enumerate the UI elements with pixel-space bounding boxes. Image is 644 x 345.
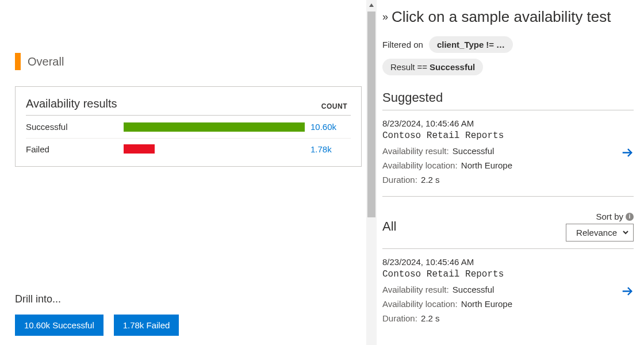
- bar-successful: [124, 122, 305, 132]
- filter-pill-client-type[interactable]: client_Type != …: [429, 36, 513, 53]
- filter-value: …: [496, 40, 505, 49]
- sort-by-select[interactable]: Relevance: [566, 224, 634, 241]
- location-value: North Europe: [461, 160, 512, 170]
- sample-timestamp: 8/23/2024, 10:45:46 AM: [382, 118, 634, 128]
- sort-by-control: Sort by i Relevance: [566, 212, 634, 241]
- result-label: Availability result:: [382, 285, 449, 294]
- filter-pill-result[interactable]: Result == Successful: [382, 59, 483, 75]
- suggested-heading: Suggested: [382, 90, 634, 110]
- scrollbar[interactable]: [366, 0, 377, 345]
- availability-results-card: Availability results COUNT Successful 10…: [15, 86, 362, 167]
- all-heading: All: [382, 219, 396, 234]
- location-label: Availability location:: [382, 160, 458, 170]
- drill-into-section: Drill into... 10.60k Successful 1.78k Fa…: [15, 293, 187, 336]
- suggested-sample[interactable]: 8/23/2024, 10:45:46 AM Contoso Retail Re…: [382, 110, 634, 197]
- result-label: Availability result:: [382, 146, 449, 156]
- arrow-right-icon[interactable]: [621, 146, 634, 160]
- duration-value: 2.2 s: [421, 313, 440, 323]
- location-value: North Europe: [461, 299, 512, 309]
- expand-pane-icon[interactable]: »: [382, 11, 388, 23]
- pane-title: Click on a sample availability test: [392, 8, 611, 26]
- filters-row: Filtered on client_Type != …: [382, 36, 634, 53]
- overall-section-header: Overall: [15, 53, 362, 70]
- result-label: Failed: [26, 144, 124, 154]
- drill-title: Drill into...: [15, 293, 187, 305]
- arrow-right-icon[interactable]: [621, 285, 634, 299]
- sample-test-name: Contoso Retail Reports: [382, 269, 634, 279]
- result-label: Successful: [26, 122, 124, 132]
- drill-failed-button[interactable]: 1.78k Failed: [114, 315, 179, 336]
- scroll-up-icon[interactable]: [366, 0, 377, 10]
- sample-test-name: Contoso Retail Reports: [382, 131, 634, 141]
- filter-value: Successful: [430, 62, 475, 72]
- filter-field: Result: [390, 62, 415, 72]
- count-column-header: COUNT: [321, 102, 351, 110]
- section-title: Overall: [28, 55, 64, 68]
- result-row-failed[interactable]: Failed 1.78k: [26, 139, 351, 162]
- filter-operator: !=: [486, 40, 494, 49]
- all-sample[interactable]: 8/23/2024, 10:45:46 AM Contoso Retail Re…: [382, 249, 634, 335]
- count-link-failed[interactable]: 1.78k: [305, 144, 351, 154]
- duration-value: 2.2 s: [421, 175, 440, 185]
- sample-timestamp: 8/23/2024, 10:45:46 AM: [382, 257, 634, 267]
- filter-field: client_Type: [437, 40, 484, 49]
- bar-failed: [124, 144, 155, 154]
- left-pane: Overall Availability results COUNT Succe…: [0, 0, 377, 345]
- count-link-successful[interactable]: 10.60k: [305, 122, 351, 132]
- card-title: Availability results: [26, 97, 117, 110]
- section-accent: [15, 53, 21, 70]
- location-label: Availability location:: [382, 299, 458, 309]
- result-value: Successful: [453, 285, 494, 294]
- result-value: Successful: [453, 146, 494, 156]
- info-icon[interactable]: i: [626, 213, 634, 221]
- duration-label: Duration:: [382, 313, 417, 323]
- scroll-thumb[interactable]: [367, 12, 375, 217]
- right-pane: » Click on a sample availability test Fi…: [377, 0, 644, 345]
- sort-by-label: Sort by: [596, 212, 623, 221]
- result-row-successful[interactable]: Successful 10.60k: [26, 116, 351, 139]
- svg-marker-0: [369, 3, 374, 7]
- filter-operator: ==: [417, 62, 428, 72]
- filtered-on-label: Filtered on: [382, 40, 423, 49]
- bar-cell: [124, 122, 305, 132]
- drill-successful-button[interactable]: 10.60k Successful: [15, 315, 103, 336]
- duration-label: Duration:: [382, 175, 417, 185]
- bar-cell: [124, 144, 305, 154]
